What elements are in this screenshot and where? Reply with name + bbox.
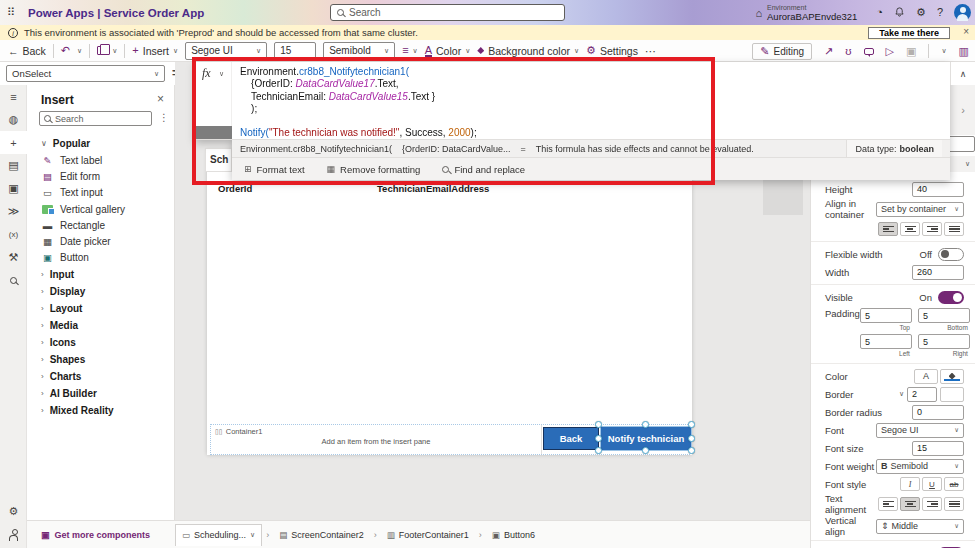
align-in-container-select[interactable]: Set by container∨ [876,202,964,217]
border-radius-input[interactable]: 0 [912,405,964,420]
chevron-right-icon[interactable]: › [950,85,975,135]
width-input[interactable]: 260 [912,265,964,280]
rail-tree-view-icon[interactable]: ◍ [0,108,27,131]
align-center-button[interactable] [900,222,920,236]
font-family-select[interactable]: Segoe UI ∨ [185,42,267,60]
align-end-button[interactable] [922,222,942,236]
sandbox-icon[interactable]: ◔ [876,7,883,18]
formula-bar-collapse-button[interactable]: ∧ [950,62,975,85]
align-stretch-button[interactable] [944,222,964,236]
font-size-input[interactable]: 15 [274,42,316,60]
selection-handle[interactable] [595,447,602,454]
notifications-bell-icon[interactable] [894,6,905,20]
selection-handle[interactable] [642,421,649,428]
border-width-input[interactable]: 2 [907,387,937,402]
rail-media-icon[interactable]: ▣ [0,177,27,200]
rail-advanced-tools-icon[interactable]: ⚒ [0,246,27,269]
strikethrough-button[interactable]: ab [944,477,964,491]
property-select[interactable]: OnSelect ∨ [6,65,165,82]
insert-search-input[interactable]: Search [39,111,152,126]
insert-item-button[interactable]: ▣Button [27,250,174,266]
undo-button[interactable]: ↶ [61,45,70,56]
undo-menu-chevron-icon[interactable]: ∨ [77,47,82,55]
fx-chevron-icon[interactable]: ∨ [219,70,224,78]
close-icon[interactable]: × [963,26,969,37]
fill-color-chip[interactable] [940,369,964,384]
app-checker-icon[interactable]: ʊ [845,46,851,57]
border-style-chevron-icon[interactable]: ∨ [899,390,904,398]
breadcrumb-button6[interactable]: ▣Button6 [486,527,541,543]
flexible-width-toggle[interactable] [938,248,964,261]
insert-category-shapes[interactable]: ›Shapes [27,351,174,368]
insert-menu-button[interactable]: + Insert ∨ [132,45,178,57]
selection-handle[interactable] [688,447,695,454]
rail-data-icon[interactable]: ▤ [0,154,27,177]
user-avatar[interactable] [954,4,971,21]
eval-segment-2[interactable]: {OrderID: DataCardValue... [402,144,510,154]
rail-insert-icon[interactable]: + [0,131,27,154]
copy-menu-chevron-icon[interactable]: ∨ [112,47,117,55]
eval-segment-1[interactable]: Environment.cr8b8_Notifytechnician1( [240,144,392,154]
font-color-button[interactable]: A Color ∨ [425,45,471,57]
height-input[interactable]: 40 [912,182,964,197]
environment-picker[interactable]: ⌂ Environment AuroraBAPEnvde321 [755,4,857,22]
text-align-center-button[interactable] [900,497,920,511]
save-menu-chevron-icon[interactable]: ∨ [941,47,946,55]
find-and-replace-button[interactable]: Find and replace [442,164,525,175]
font-weight-select[interactable]: BSemibold∨ [876,459,964,474]
insert-item-text-input[interactable]: ▭Text input [27,185,174,201]
padding-right-input[interactable]: 5 [918,334,970,349]
more-options-icon[interactable]: ⋮ [159,112,169,123]
settings-gear-icon[interactable]: ⚙ [916,7,926,18]
font-size-input[interactable]: 15 [912,441,964,456]
rail-search-icon[interactable] [0,269,27,292]
footer-container[interactable]: ▯▯ Container1 Add an item from the inser… [210,424,690,455]
share-icon[interactable]: ↗ [824,46,833,57]
insert-item-vertical-gallery[interactable]: Vertical gallery [27,201,174,217]
selection-handle[interactable] [688,421,695,428]
rail-variables-icon[interactable]: (x) [0,223,27,246]
font-weight-select[interactable]: Semibold ∨ [323,42,395,60]
close-icon[interactable]: × [157,92,164,106]
selection-handle[interactable] [642,447,649,454]
fx-icon[interactable]: fx [202,66,211,81]
insert-category-icons[interactable]: ›Icons [27,334,174,351]
selection-handle[interactable] [595,421,602,428]
insert-category-ai-builder[interactable]: ›AI Builder [27,385,174,402]
padding-left-input[interactable]: 5 [860,334,912,349]
breadcrumb-footercontainer1[interactable]: ▥FooterContainer1 [381,527,475,543]
canvas-back-button[interactable]: Back [543,427,599,450]
padding-top-input[interactable]: 5 [860,308,912,323]
comments-icon[interactable] [864,48,874,55]
underline-button[interactable]: U [922,477,942,491]
insert-category-media[interactable]: ›Media [27,317,174,334]
font-color-chip[interactable]: A [914,369,938,384]
settings-button[interactable]: ⚙ Settings [586,45,638,57]
text-align-justify-button[interactable] [944,497,964,511]
breadcrumb-scheduling-[interactable]: ▭Scheduling...∨ [175,524,262,546]
insert-item-edit-form[interactable]: ▤Edit form [27,168,174,184]
selection-handle[interactable] [595,435,602,442]
selection-handle[interactable] [688,435,695,442]
preview-play-icon[interactable]: ▷ [886,46,894,57]
insert-item-text-label[interactable]: ✎Text label [27,152,174,168]
insert-category-display[interactable]: ›Display [27,283,174,300]
alignment-menu-button[interactable]: ≡ ∨ [402,45,418,56]
insert-category-charts[interactable]: ›Charts [27,368,174,385]
text-align-left-button[interactable] [878,497,898,511]
more-commands-button[interactable]: ⋯ [645,45,656,57]
publish-icon[interactable]: ▥ [959,46,969,57]
visible-toggle[interactable] [938,291,964,304]
vertical-align-select[interactable]: ⇕ Middle∨ [876,519,964,534]
rail-menu-icon[interactable]: ≡ [0,85,27,108]
background-color-button[interactable]: Background color ∨ [477,45,579,57]
formula-code-area[interactable]: fx ∨ Environment.cr8b8_Notifytechnician1… [195,62,950,140]
rail-accessibility-icon[interactable] [0,523,27,546]
rail-settings-icon[interactable]: ⚙ [0,500,27,523]
global-search-input[interactable]: Search [330,4,565,21]
editing-mode-button[interactable]: ✎ Editing [752,43,812,60]
insert-item-date-picker[interactable]: ▦Date picker [27,233,174,249]
insert-item-rectangle[interactable]: ▬Rectangle [27,217,174,233]
remove-formatting-button[interactable]: ▦Remove formatting [327,164,421,175]
text-align-right-button[interactable] [922,497,942,511]
